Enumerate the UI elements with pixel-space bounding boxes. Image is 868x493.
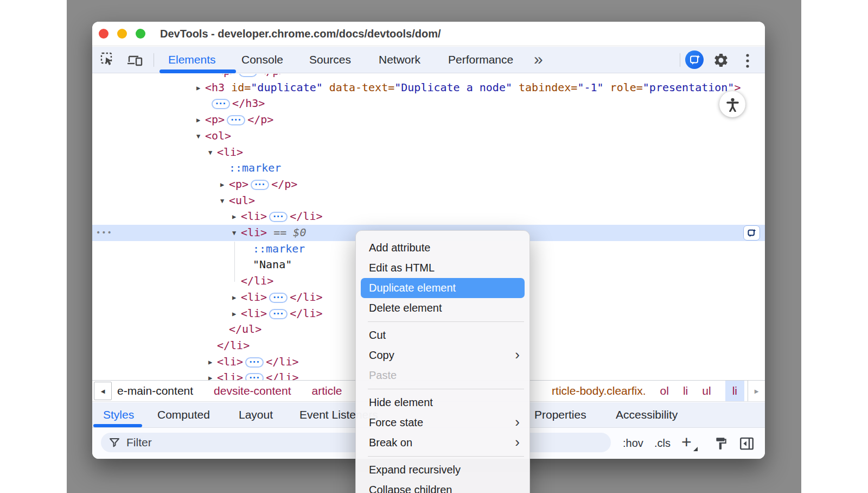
dom-tree-row[interactable]: ▶<h3 id="duplicate" data-text="Duplicate… bbox=[92, 80, 765, 96]
zoom-button[interactable] bbox=[136, 29, 145, 39]
accessibility-overlay-button[interactable] bbox=[719, 91, 745, 117]
menu-item-force-state[interactable]: Force state› bbox=[356, 413, 529, 433]
paint-format-icon[interactable] bbox=[714, 437, 728, 453]
tab-performance[interactable]: Performance bbox=[448, 47, 513, 72]
tab-network[interactable]: Network bbox=[379, 47, 420, 72]
breadcrumb-item[interactable]: article bbox=[312, 384, 342, 397]
active-sidebar-tab-indicator bbox=[93, 424, 142, 427]
menu-item-delete-element[interactable]: Delete element bbox=[356, 298, 529, 318]
expand-arrow-icon[interactable]: ▶ bbox=[196, 80, 205, 97]
dom-tree-row[interactable]: <p>···</p> bbox=[92, 74, 765, 80]
expand-arrow-icon[interactable]: ▶ bbox=[220, 177, 229, 193]
settings-gear-icon[interactable] bbox=[713, 52, 729, 68]
breadcrumb-item[interactable]: ol bbox=[660, 384, 669, 397]
tab-sources[interactable]: Sources bbox=[309, 47, 351, 72]
inline-expander-icon[interactable]: ··· bbox=[239, 74, 257, 77]
collapse-arrow-icon[interactable]: ▼ bbox=[220, 193, 229, 210]
breadcrumb-scroll-left-button[interactable]: ◀ bbox=[94, 382, 112, 400]
breadcrumb-scroll-right-button[interactable]: ▶ bbox=[748, 381, 765, 401]
collapse-arrow-icon[interactable]: ▼ bbox=[196, 129, 205, 145]
dom-tree-row[interactable]: ::marker bbox=[92, 160, 765, 176]
inline-expander-icon[interactable]: ··· bbox=[269, 309, 288, 319]
ai-assistant-icon[interactable] bbox=[685, 50, 704, 69]
device-toolbar-icon[interactable] bbox=[126, 52, 144, 68]
row-overflow-dots[interactable]: ••• bbox=[96, 225, 113, 241]
dom-tree-row[interactable]: ▼<ol> bbox=[92, 128, 765, 144]
expand-arrow-icon[interactable]: ▶ bbox=[196, 112, 205, 129]
menu-divider bbox=[368, 389, 524, 389]
tab-accessibility[interactable]: Accessibility bbox=[616, 402, 678, 427]
inline-expander-icon[interactable]: ··· bbox=[251, 180, 269, 190]
inline-expander-icon[interactable]: ··· bbox=[269, 212, 288, 222]
menu-item-copy[interactable]: Copy› bbox=[356, 345, 529, 365]
inline-expander-icon[interactable]: ··· bbox=[269, 293, 288, 303]
devtools-toolbar: Elements Console Sources Network Perform… bbox=[92, 47, 765, 73]
expand-arrow-icon[interactable]: ▶ bbox=[232, 290, 241, 306]
inline-expander-icon[interactable]: ··· bbox=[245, 373, 264, 380]
menu-item-duplicate-element[interactable]: Duplicate element bbox=[361, 278, 525, 298]
code-token-attr: role= bbox=[610, 81, 643, 94]
dom-tree-row[interactable]: ▶<p>···</p> bbox=[92, 176, 765, 193]
code-token-val: "duplicate" bbox=[251, 81, 322, 94]
tab-console[interactable]: Console bbox=[241, 47, 283, 72]
menu-item-break-on[interactable]: Break on› bbox=[356, 433, 529, 453]
indent-spacer bbox=[92, 365, 208, 365]
menu-item-edit-as-html[interactable]: Edit as HTML bbox=[356, 258, 529, 278]
code-token-tag: <p> bbox=[229, 178, 248, 191]
more-tabs-icon[interactable]: » bbox=[534, 47, 543, 71]
menu-item-label: Paste bbox=[369, 365, 397, 385]
menu-item-add-attribute[interactable]: Add attribute bbox=[356, 238, 529, 258]
dock-panel-icon[interactable] bbox=[739, 437, 754, 453]
menu-item-expand-recursively[interactable]: Expand recursively bbox=[356, 460, 529, 480]
tab-properties[interactable]: Properties bbox=[534, 402, 586, 427]
expand-arrow-icon[interactable]: ▶ bbox=[232, 306, 241, 323]
menu-item-label: Hide element bbox=[369, 393, 433, 413]
tab-elements[interactable]: Elements bbox=[168, 47, 216, 72]
tab-layout[interactable]: Layout bbox=[239, 402, 273, 427]
menu-item-cut[interactable]: Cut bbox=[356, 325, 529, 345]
code-token-val: "Duplicate a node" bbox=[394, 81, 512, 94]
inline-expander-icon[interactable]: ··· bbox=[212, 99, 230, 109]
code-token-tag: </li> bbox=[266, 355, 298, 368]
ai-assistant-row-button[interactable] bbox=[743, 225, 760, 241]
menu-item-label: Break on bbox=[369, 433, 412, 453]
tree-indent-guide bbox=[234, 242, 235, 282]
breadcrumb-item[interactable]: e-main-content bbox=[117, 384, 193, 397]
inline-expander-icon[interactable]: ··· bbox=[245, 357, 264, 368]
expand-arrow-icon[interactable]: ▶ bbox=[208, 355, 217, 371]
menu-item-collapse-children[interactable]: Collapse children bbox=[356, 480, 529, 493]
collapse-arrow-icon[interactable]: ▼ bbox=[208, 145, 217, 161]
element-classes-button[interactable]: .cls bbox=[654, 428, 671, 459]
dom-tree-row[interactable]: ▼<ul> bbox=[92, 193, 765, 209]
inspect-element-icon[interactable] bbox=[100, 52, 117, 68]
filter-funnel-icon bbox=[109, 438, 120, 447]
close-button[interactable] bbox=[99, 29, 108, 39]
breadcrumb-item[interactable]: devsite-content bbox=[214, 384, 291, 397]
filter-placeholder: Filter bbox=[126, 436, 152, 449]
collapse-arrow-icon[interactable]: ▼ bbox=[232, 225, 241, 242]
more-options-icon[interactable] bbox=[745, 53, 750, 68]
minimize-button[interactable] bbox=[117, 29, 127, 39]
menu-item-hide-element[interactable]: Hide element bbox=[356, 393, 529, 413]
expand-arrow-icon[interactable]: ▶ bbox=[208, 370, 217, 380]
toggle-element-state-button[interactable]: :hov bbox=[623, 428, 643, 459]
menu-item-label: Delete element bbox=[369, 298, 442, 318]
new-style-rule-dropdown-icon[interactable] bbox=[693, 447, 698, 451]
menu-item-label: Expand recursively bbox=[369, 460, 461, 480]
code-token-tag: <li> bbox=[241, 210, 267, 223]
breadcrumb-item[interactable]: ul bbox=[702, 384, 711, 397]
dom-tree-row[interactable]: ▼<li> bbox=[92, 144, 765, 161]
code-token-tag: </li> bbox=[241, 274, 273, 287]
dom-tree-row[interactable]: ···</h3> bbox=[92, 96, 765, 112]
expand-arrow-icon[interactable]: ▶ bbox=[232, 209, 241, 225]
indent-spacer bbox=[92, 123, 196, 123]
dom-tree-row[interactable]: ▶<p>···</p> bbox=[92, 112, 765, 128]
breadcrumb-item[interactable]: rticle-body.clearfix. bbox=[552, 384, 646, 397]
breadcrumb-item[interactable]: li bbox=[683, 384, 688, 397]
breadcrumb-item[interactable]: li bbox=[725, 381, 744, 401]
inline-expander-icon[interactable]: ··· bbox=[227, 115, 245, 125]
tab-computed[interactable]: Computed bbox=[157, 402, 210, 427]
code-token-tag: <li> bbox=[217, 146, 243, 159]
dom-tree-row[interactable]: ▶<li>···</li> bbox=[92, 208, 765, 225]
new-style-rule-button[interactable]: + bbox=[681, 428, 692, 457]
